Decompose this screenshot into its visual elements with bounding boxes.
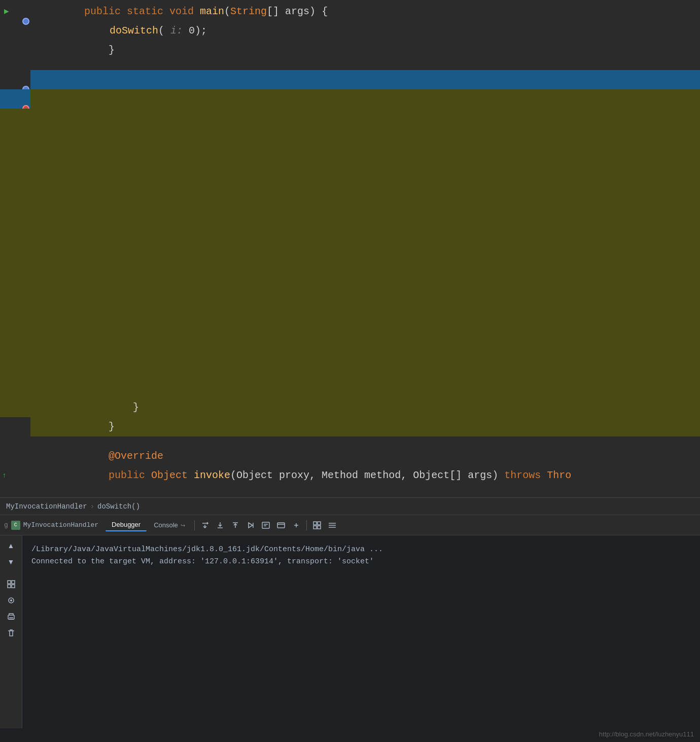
toolbar-separator-2 <box>306 520 307 530</box>
console-text-2: Connected to the target VM, address: '12… <box>31 557 374 566</box>
scroll-down-button[interactable]: ▼ <box>4 555 18 569</box>
code-line-26-content: public Object invoke(Object proxy, Metho… <box>30 447 700 497</box>
frames-button[interactable] <box>274 518 288 532</box>
sidebar-tools-group <box>4 577 18 640</box>
svg-rect-12 <box>8 615 14 619</box>
step-over-button[interactable] <box>198 518 212 532</box>
code-container: ▶ public static void main(String[] args)… <box>0 2 700 485</box>
breadcrumb-class: MyInvocationHandler <box>6 502 87 511</box>
grid-tool-button[interactable] <box>4 577 18 591</box>
table-view-button[interactable] <box>310 518 324 532</box>
watch-button[interactable] <box>289 518 303 532</box>
console-sidebar: ▲ ▼ <box>0 535 22 728</box>
code-editor: ▶ public static void main(String[] args)… <box>0 0 700 497</box>
svg-rect-5 <box>318 526 321 529</box>
svg-rect-0 <box>262 522 269 528</box>
paint-tool-button[interactable] <box>4 593 18 608</box>
svg-rect-9 <box>12 585 15 588</box>
bottom-panel: MyInvocationHandler › doSwitch() g C MyI… <box>0 497 700 742</box>
svg-rect-8 <box>8 585 11 588</box>
svg-rect-6 <box>8 581 11 584</box>
console-output: /Library/Java/JavaVirtualMachines/jdk1.8… <box>25 539 700 572</box>
svg-rect-2 <box>313 522 317 525</box>
run-to-cursor-button[interactable] <box>243 518 258 532</box>
tab-debugger[interactable]: Debugger <box>106 519 147 531</box>
class-icon: C <box>11 521 20 530</box>
svg-rect-1 <box>277 523 285 528</box>
svg-rect-3 <box>318 522 321 525</box>
svg-point-11 <box>10 599 12 601</box>
tab-console[interactable]: Console ↪ <box>148 519 191 531</box>
console-line-2: Connected to the target VM, address: '12… <box>31 556 694 568</box>
lines-view-button[interactable] <box>325 518 339 532</box>
console-line-1: /Library/Java/JavaVirtualMachines/jdk1.8… <box>31 544 694 556</box>
tab-console-label: Console <box>154 521 178 529</box>
console-arrow: ↪ <box>181 522 185 528</box>
breadcrumb-bar: MyInvocationHandler › doSwitch() <box>0 498 700 515</box>
code-line-26: ↑ public Object invoke(Object proxy, Met… <box>0 466 700 485</box>
debug-toolbar: g C MyInvocationHandler Debugger Console… <box>0 515 700 535</box>
class-name: MyInvocationHandler <box>23 521 98 529</box>
scroll-up-button[interactable]: ▲ <box>4 538 18 553</box>
toolbar-separator-1 <box>194 520 195 530</box>
trash-tool-button[interactable] <box>4 626 18 640</box>
breadcrumb-separator: › <box>90 502 94 511</box>
svg-rect-7 <box>12 581 15 584</box>
print-tool-button[interactable] <box>4 610 18 624</box>
step-into-button[interactable] <box>213 518 227 532</box>
breadcrumb-method: doSwitch() <box>97 502 140 511</box>
console-area: ▲ ▼ <box>0 535 700 728</box>
svg-rect-4 <box>313 526 317 529</box>
run-icon[interactable]: ▶ <box>4 2 9 21</box>
console-text-1: /Library/Java/JavaVirtualMachines/jdk1.8… <box>31 545 383 554</box>
debug-label-text: g <box>4 521 8 529</box>
evaluate-button[interactable] <box>259 518 273 532</box>
step-out-button[interactable] <box>228 518 242 532</box>
watermark: http://blog.csdn.net/luzhenyu111 <box>599 730 694 738</box>
